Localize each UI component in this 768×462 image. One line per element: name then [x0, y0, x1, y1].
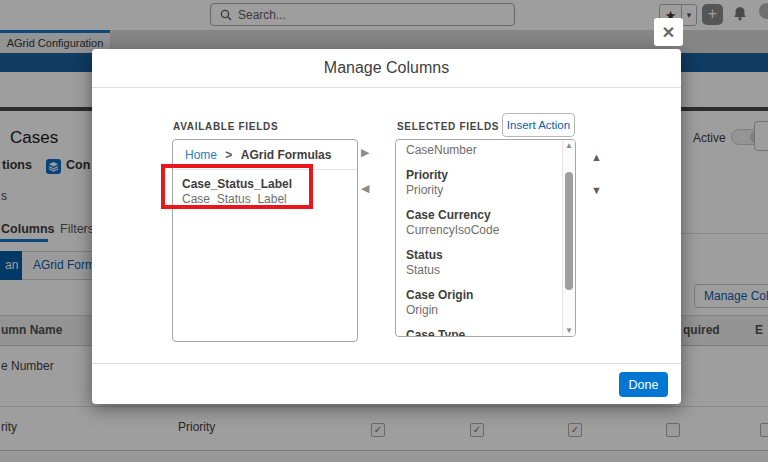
field-api-name: Origin — [406, 303, 561, 318]
selected-field-item[interactable]: PriorityPriority — [406, 168, 561, 198]
field-label: Case Origin — [406, 288, 561, 303]
breadcrumb-home-link[interactable]: Home — [185, 148, 217, 162]
scroll-down-icon[interactable]: ▼ — [565, 326, 573, 335]
move-right-icon[interactable]: ▶ — [361, 146, 369, 159]
reorder-down-icon[interactable]: ▼ — [591, 184, 602, 196]
close-icon: ✕ — [662, 23, 675, 42]
app-window: Search... ★ ▾ + AGrid Configuration tion… — [0, 0, 768, 462]
selected-fields-label: SELECTED FIELDS — [397, 121, 499, 132]
field-label: Priority — [406, 168, 561, 183]
field-api-name: CurrencyIsoCode — [406, 223, 561, 238]
selected-field-item[interactable]: Case OriginOrigin — [406, 288, 561, 318]
move-left-icon[interactable]: ◀ — [361, 182, 369, 195]
scrollbar-thumb[interactable] — [565, 172, 573, 290]
breadcrumb-current: AGrid Formulas — [241, 148, 332, 162]
selected-fields-list: CaseNumberPriorityPriorityCase CurrencyC… — [395, 139, 576, 337]
annotation-highlight-box — [161, 164, 313, 209]
modal-title: Manage Columns — [324, 59, 449, 77]
reorder-up-icon[interactable]: ▲ — [591, 151, 602, 163]
scrollbar[interactable]: ▲ ▼ — [562, 140, 575, 336]
field-api-name: CaseNumber — [406, 143, 561, 158]
modal-header: Manage Columns — [92, 49, 681, 88]
scroll-up-icon[interactable]: ▲ — [565, 141, 573, 150]
available-fields-label: AVAILABLE FIELDS — [173, 121, 278, 132]
selected-field-item[interactable]: StatusStatus — [406, 248, 561, 278]
selected-field-item[interactable]: CaseNumber — [406, 143, 561, 158]
selected-field-item[interactable]: Case TypeType — [406, 328, 561, 336]
manage-columns-modal: Manage Columns AVAILABLE FIELDS Home > A… — [92, 49, 681, 404]
field-label: Case Type — [406, 328, 561, 336]
selected-items-container: CaseNumberPriorityPriorityCase CurrencyC… — [396, 140, 561, 336]
modal-footer: Done — [92, 363, 681, 404]
field-api-name: Priority — [406, 183, 561, 198]
done-button[interactable]: Done — [619, 372, 668, 397]
insert-action-button[interactable]: Insert Action — [502, 113, 575, 137]
modal-close-button[interactable]: ✕ — [654, 18, 683, 46]
breadcrumb-separator: > — [225, 148, 232, 162]
field-label: Case Currency — [406, 208, 561, 223]
selected-field-item[interactable]: Case CurrencyCurrencyIsoCode — [406, 208, 561, 238]
field-api-name: Status — [406, 263, 561, 278]
field-label: Status — [406, 248, 561, 263]
